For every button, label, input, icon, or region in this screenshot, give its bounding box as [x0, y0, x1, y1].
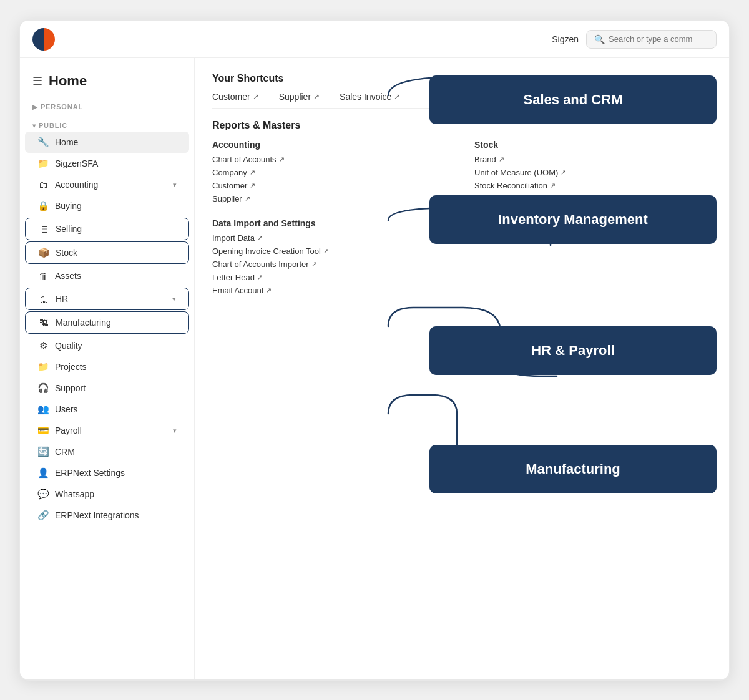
accounting-col-title: Accounting: [212, 140, 449, 150]
link-company[interactable]: Company ↗: [212, 168, 449, 177]
arrow-icon: ↗: [266, 286, 272, 294]
sidebar-item-buying[interactable]: 🔒 Buying: [25, 195, 189, 216]
sidebar-item-manufacturing[interactable]: 🏗 Manufacturing: [25, 311, 189, 334]
reports-section: Reports & Masters Accounting Chart of Ac…: [212, 120, 712, 207]
support-icon: 🎧: [37, 382, 49, 394]
tooltip-inventory-management[interactable]: Inventory Management: [429, 195, 717, 244]
sidebar-item-label: SigzenSFA: [55, 158, 177, 168]
sidebar-item-label: ERPNext Integrations: [55, 510, 177, 520]
page-title: Home: [49, 73, 87, 89]
projects-icon: 📁: [37, 361, 49, 372]
link-chart-of-accounts[interactable]: Chart of Accounts ↗: [212, 155, 449, 164]
search-input[interactable]: [609, 34, 708, 44]
users-icon: 👥: [37, 404, 49, 415]
link-stock-reconciliation[interactable]: Stock Reconciliation ↗: [474, 181, 712, 190]
sidebar-item-quality[interactable]: ⚙ Quality: [25, 335, 189, 356]
sidebar-item-label: Support: [55, 383, 177, 393]
chevron-down-icon: ▾: [172, 295, 176, 303]
arrow-icon: ↗: [257, 273, 263, 281]
arrow-icon: ↗: [313, 92, 320, 101]
arrow-icon: ↗: [550, 182, 556, 190]
sidebar-item-whatsapp[interactable]: 💬 Whatsapp: [25, 484, 189, 505]
public-section-label: ▾ PUBLIC: [20, 118, 194, 132]
sidebar-item-label: Assets: [55, 271, 177, 281]
sidebar: ☰ Home ▶ PERSONAL ▾ PUBLIC 🔧 Home 📁 Sigz…: [20, 58, 195, 679]
quality-icon: ⚙: [37, 340, 49, 351]
sidebar-item-assets[interactable]: 🗑 Assets: [25, 265, 189, 286]
sidebar-item-label: Manufacturing: [56, 318, 176, 328]
hamburger-icon[interactable]: ☰: [32, 74, 42, 88]
sidebar-item-erpnext-settings[interactable]: 👤 ERPNext Settings: [25, 462, 189, 484]
link-uom[interactable]: Unit of Measure (UOM) ↗: [474, 168, 712, 177]
arrow-icon: ↗: [499, 155, 504, 163]
sidebar-item-label: ERPNext Settings: [55, 468, 177, 478]
sidebar-item-erpnext-integrations[interactable]: 🔗 ERPNext Integrations: [25, 505, 189, 526]
sidebar-item-projects[interactable]: 📁 Projects: [25, 356, 189, 377]
sidebar-item-support[interactable]: 🎧 Support: [25, 377, 189, 399]
sidebar-item-hr[interactable]: 🗂 HR ▾: [25, 288, 189, 310]
sidebar-item-label: HR: [56, 294, 166, 304]
topbar-user: Sigzen: [552, 34, 579, 44]
tooltip-manufacturing[interactable]: Manufacturing: [429, 445, 717, 493]
topbar-search-box[interactable]: 🔍: [586, 30, 717, 49]
tooltip-hr-payroll[interactable]: HR & Payroll: [429, 326, 717, 375]
whatsapp-icon: 💬: [37, 489, 49, 500]
sidebar-item-crm[interactable]: 🔄 CRM: [25, 441, 189, 462]
app-logo[interactable]: [32, 28, 55, 51]
link-email-account[interactable]: Email Account ↗: [212, 286, 712, 295]
arrow-icon: ↗: [253, 92, 259, 101]
app-container: Sigzen 🔍 ☰ Home ▶ PERSONAL ▾ PUBLIC: [19, 19, 730, 681]
link-letter-head[interactable]: Letter Head ↗: [212, 273, 712, 282]
stock-icon: 📦: [38, 247, 49, 258]
link-chart-importer[interactable]: Chart of Accounts Importer ↗: [212, 260, 712, 269]
content-area: Your Shortcuts Customer ↗ Supplier ↗ Sal…: [195, 58, 729, 679]
caret-right-icon: ▶: [32, 104, 38, 110]
sidebar-item-label: Payroll: [55, 425, 167, 435]
personal-section-label: ▶ PERSONAL: [20, 99, 194, 113]
buying-icon: 🔒: [37, 200, 49, 211]
crm-icon: 🔄: [37, 446, 49, 457]
sidebar-item-users[interactable]: 👥 Users: [25, 399, 189, 420]
sidebar-item-label: Stock: [56, 248, 176, 258]
arrow-icon: ↗: [323, 247, 329, 255]
link-customer[interactable]: Customer ↗: [212, 181, 449, 190]
hr-icon: 🗂: [38, 293, 49, 304]
selling-icon: 🖥: [38, 223, 49, 235]
sidebar-item-home[interactable]: 🔧 Home: [25, 132, 189, 153]
sidebar-item-stock[interactable]: 📦 Stock: [25, 241, 189, 264]
sidebar-item-label: Selling: [56, 224, 176, 234]
link-opening-invoice[interactable]: Opening Invoice Creation Tool ↗: [212, 246, 712, 256]
arrow-icon: ↗: [311, 260, 317, 268]
link-supplier[interactable]: Supplier ↗: [212, 194, 449, 203]
sidebar-item-sigzensfa[interactable]: 📁 SigzenSFA: [25, 153, 189, 174]
main-layout: ☰ Home ▶ PERSONAL ▾ PUBLIC 🔧 Home 📁 Sigz…: [20, 58, 729, 679]
arrow-icon: ↗: [561, 168, 566, 177]
sidebar-item-payroll[interactable]: 💳 Payroll ▾: [25, 420, 189, 441]
sidebar-item-label: CRM: [55, 447, 177, 457]
payroll-icon: 💳: [37, 425, 49, 436]
sidebar-item-label: Home: [55, 137, 177, 147]
sidebar-item-accounting[interactable]: 🗂 Accounting ▾: [25, 174, 189, 195]
arrow-icon: ↗: [279, 155, 285, 163]
shortcut-customer[interactable]: Customer ↗: [212, 92, 259, 102]
sidebar-item-selling[interactable]: 🖥 Selling: [25, 218, 189, 240]
page-title-row: ☰ Home: [20, 68, 194, 99]
assets-icon: 🗑: [37, 270, 49, 281]
shortcut-supplier[interactable]: Supplier ↗: [279, 92, 320, 102]
erpnext-settings-icon: 👤: [37, 467, 49, 479]
tooltip-sales-crm[interactable]: Sales and CRM: [429, 75, 717, 124]
topbar: Sigzen 🔍: [20, 21, 729, 58]
arrow-icon: ↗: [245, 195, 250, 203]
chevron-down-icon: ▾: [173, 181, 177, 189]
arrow-icon: ↗: [394, 92, 400, 101]
link-brand[interactable]: Brand ↗: [474, 155, 712, 164]
folder-icon: 📁: [37, 158, 49, 169]
sidebar-item-label: Accounting: [55, 180, 167, 190]
chevron-down-icon: ▾: [173, 427, 177, 435]
manufacturing-icon: 🏗: [38, 317, 49, 328]
stock-col-title: Stock: [474, 140, 712, 150]
shortcut-sales-invoice[interactable]: Sales Invoice ↗: [340, 92, 400, 102]
arrow-icon: ↗: [250, 182, 255, 190]
sidebar-item-label: Buying: [55, 201, 177, 211]
sidebar-item-label: Users: [55, 404, 177, 414]
